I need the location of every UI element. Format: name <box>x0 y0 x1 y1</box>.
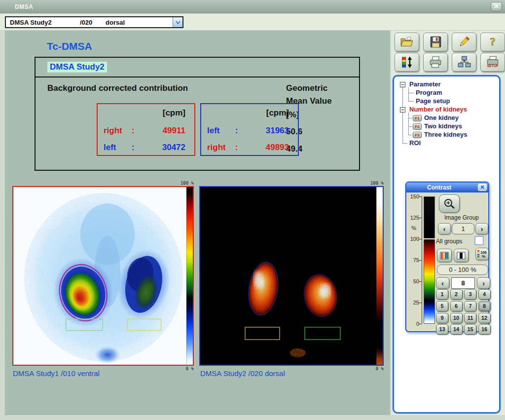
cpm-separator: : <box>235 126 242 136</box>
tree-item-label: Three kidneys <box>424 131 467 138</box>
keypad-3[interactable]: 3 <box>464 289 476 300</box>
keypad-13[interactable]: 13 <box>436 324 448 335</box>
study-dropdown[interactable]: DMSA Study2 /020 dorsal <box>5 16 183 28</box>
scintigram-ventral-image <box>13 187 193 365</box>
help-button[interactable]: ? <box>480 33 505 51</box>
cpm-separator: : <box>132 143 139 153</box>
contrast-scale-button[interactable] <box>395 53 419 72</box>
auto-range-button[interactable]: 100% <box>475 248 489 260</box>
colorscale-hot <box>376 187 383 365</box>
table-prev-button[interactable]: ‹ <box>436 277 449 289</box>
print-setup-button[interactable]: SETUP <box>480 53 505 72</box>
save-button[interactable] <box>423 33 448 51</box>
printer-setup-icon: SETUP <box>485 56 500 69</box>
report-heading: Tc-DMSA <box>47 40 92 52</box>
fkey-badge-f3: F3 <box>413 132 422 138</box>
keypad-10[interactable]: 10 <box>450 313 463 323</box>
keypad-14[interactable]: 14 <box>450 324 463 335</box>
keypad-2[interactable]: 2 <box>450 289 463 300</box>
report-panel: Tc-DMSA DMSA Study2 Background corrected… <box>5 31 390 415</box>
grayscale-lut-button[interactable] <box>454 249 469 262</box>
scale-min-label: 0 % <box>186 366 194 371</box>
contrast-close-button[interactable]: ✕ <box>478 184 487 191</box>
cpm-separator: : <box>235 143 242 153</box>
keypad-1[interactable]: 1 <box>436 289 448 300</box>
scale-75: 75 <box>407 257 419 263</box>
tree-item-label: Two kidneys <box>424 122 462 130</box>
tree-item-two-kidneys[interactable]: F2Two kidneys <box>413 122 462 130</box>
table-next-button[interactable]: › <box>477 277 490 289</box>
scale-50: 50 <box>407 278 419 284</box>
expander-parameter[interactable] <box>400 82 405 87</box>
tree-item-one-kidney[interactable]: F1One kidney <box>413 114 459 121</box>
keypad-12[interactable]: 12 <box>478 313 491 323</box>
keypad-8-selected[interactable]: 8 <box>478 301 491 311</box>
results-table: DMSA Study2 Background corrected contrib… <box>35 57 360 171</box>
help-question-icon: ? <box>485 36 500 48</box>
keypad-4[interactable]: 4 <box>478 289 491 300</box>
tree-item-three-kidneys[interactable]: F3Three kidneys <box>413 131 467 138</box>
keypad-16[interactable]: 16 <box>478 324 491 335</box>
contrast-dialog-titlebar[interactable]: Contrast ✕ <box>406 183 488 192</box>
tree-tick <box>408 126 412 127</box>
cpm-unit: [cpm] <box>163 108 185 118</box>
study-dropdown-view: dorsal <box>106 19 125 26</box>
contrast-lut-bar[interactable] <box>424 196 435 324</box>
cpm-row: right : 49911 <box>104 126 185 136</box>
scintigram-dorsal[interactable]: 100 % 0 % <box>199 186 384 366</box>
tree-item-program[interactable]: Program <box>416 89 442 96</box>
cpm-label: right <box>207 143 233 153</box>
tree-item-number-of-kidneys[interactable]: Number of kidneys <box>409 106 467 113</box>
tree-branch-line <box>408 113 409 135</box>
keypad-9[interactable]: 9 <box>436 313 448 323</box>
scale-max-label: 100 % <box>370 181 384 186</box>
scale-100: 100 <box>407 236 419 242</box>
dmsa-window: DMSA ✕ DMSA Study2 /020 dorsal Tc-DMSA D… <box>0 0 505 420</box>
tree-item-roi[interactable]: ROI <box>409 139 421 147</box>
print-button[interactable] <box>423 53 448 72</box>
tree-item-page-setup[interactable]: Page setup <box>416 97 450 105</box>
table-value-field[interactable]: 8 <box>451 277 475 289</box>
expander-number-of-kidneys[interactable] <box>400 107 405 113</box>
tree-tick <box>408 101 414 102</box>
keypad-6[interactable]: 6 <box>450 301 463 311</box>
contrast-dialog-title: Contrast <box>427 184 451 191</box>
study-dropdown-study: DMSA Study2 <box>10 19 80 26</box>
image-group-prev-button[interactable]: ‹ <box>438 223 451 234</box>
scale-axis <box>422 196 422 324</box>
scale-tick <box>419 260 422 261</box>
fkey-badge-f2: F2 <box>413 123 422 130</box>
network-button[interactable] <box>452 53 476 72</box>
title-bar: DMSA ✕ <box>0 0 505 13</box>
keypad-15[interactable]: 15 <box>464 324 476 335</box>
edit-button[interactable] <box>452 33 476 51</box>
open-button[interactable] <box>395 33 419 51</box>
printer-icon <box>428 56 443 69</box>
scale-tick <box>419 196 422 197</box>
scintigram-dorsal-image <box>200 187 383 365</box>
image-group-next-button[interactable]: › <box>475 223 488 234</box>
range-display: 0 - 100 % <box>437 265 488 275</box>
svg-text:SETUP: SETUP <box>487 64 499 68</box>
keypad-5[interactable]: 5 <box>436 301 448 311</box>
open-folder-icon <box>399 36 414 48</box>
keypad-7[interactable]: 7 <box>464 301 476 311</box>
tree-item-parameter[interactable]: Parameter <box>409 80 441 88</box>
color-lut-button[interactable] <box>437 249 452 262</box>
image-group-label: Image Group <box>435 214 488 221</box>
window-close-button[interactable]: ✕ <box>491 2 502 11</box>
zoom-button[interactable] <box>439 194 460 213</box>
keypad-11[interactable]: 11 <box>464 313 476 323</box>
cpm-label: right <box>104 126 129 136</box>
cpm-separator: : <box>132 126 139 136</box>
cpm-label: left <box>104 143 129 153</box>
cpm-value: 49893 <box>266 143 289 153</box>
all-groups-checkbox[interactable] <box>474 236 484 245</box>
window-title: DMSA <box>15 3 33 10</box>
tree-tick <box>408 93 414 93</box>
dropdown-arrow-icon[interactable] <box>173 17 182 27</box>
scale-tick <box>419 281 422 282</box>
svg-text:%: % <box>481 254 485 259</box>
scintigram-ventral[interactable]: 100 % 0 % <box>12 186 194 366</box>
color-scale-arrows-icon <box>399 56 414 69</box>
